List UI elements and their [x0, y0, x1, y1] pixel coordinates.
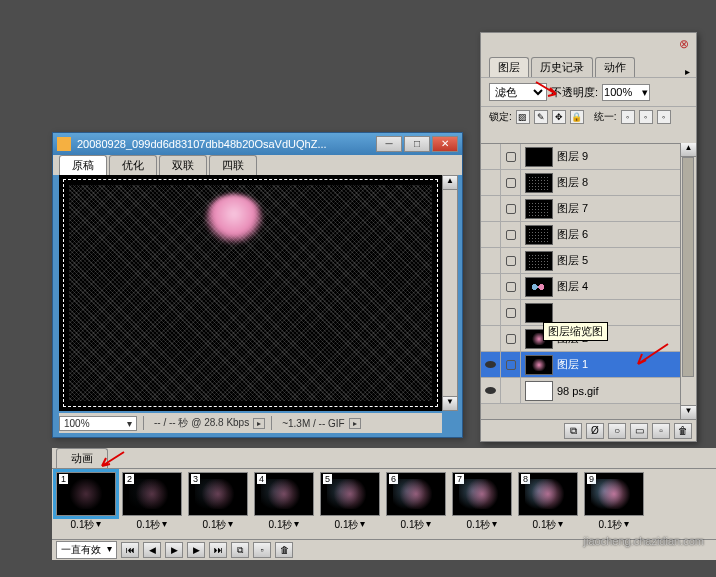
animation-frames[interactable]: 10.1秒▾20.1秒▾30.1秒▾40.1秒▾50.1秒▾60.1秒▾70.1… [52, 468, 716, 540]
tab-4up[interactable]: 四联 [209, 155, 257, 175]
first-frame-button[interactable]: ⏮ [121, 542, 139, 558]
tab-animation[interactable]: 动画 [56, 448, 108, 468]
visibility-toggle[interactable] [481, 170, 501, 195]
scroll-up-icon[interactable]: ▲ [443, 176, 457, 190]
link-toggle[interactable] [501, 248, 521, 273]
chevron-down-icon[interactable]: ▾ [642, 86, 648, 99]
link-toggle[interactable] [501, 144, 521, 169]
animation-frame[interactable]: 70.1秒▾ [450, 471, 514, 539]
scroll-up-icon[interactable]: ▲ [681, 143, 696, 157]
layer-mask-button[interactable]: ○ [608, 423, 626, 439]
layer-row[interactable]: 图层 4 [481, 274, 680, 300]
scroll-down-icon[interactable]: ▼ [681, 405, 696, 419]
layer-thumbnail[interactable] [525, 173, 553, 193]
frame-delay[interactable]: 0.1秒▾ [318, 518, 382, 532]
frame-thumbnail[interactable]: 4 [254, 472, 314, 516]
layer-name[interactable]: 图层 1 [557, 357, 680, 372]
scrollbar-thumb[interactable] [682, 157, 694, 377]
panel-menu-icon[interactable]: ▸ [685, 66, 690, 77]
animation-frame[interactable]: 20.1秒▾ [120, 471, 184, 539]
vertical-scrollbar[interactable]: ▲ ▼ [442, 175, 458, 411]
canvas[interactable] [59, 175, 442, 411]
tab-history[interactable]: 历史记录 [531, 57, 593, 77]
layer-name[interactable]: 图层 7 [557, 201, 680, 216]
frame-thumbnail[interactable]: 5 [320, 472, 380, 516]
opacity-field[interactable]: 100%▾ [602, 84, 650, 101]
layer-thumbnail[interactable] [525, 251, 553, 271]
frame-thumbnail[interactable]: 3 [188, 472, 248, 516]
lock-transparent-icon[interactable]: ▨ [516, 110, 530, 124]
chevron-down-icon[interactable]: ▾ [624, 518, 629, 532]
link-toggle[interactable] [501, 222, 521, 247]
new-frame-button[interactable]: ▫ [253, 542, 271, 558]
blend-mode-select[interactable]: 滤色 [489, 83, 547, 101]
animation-frame[interactable]: 60.1秒▾ [384, 471, 448, 539]
frame-thumbnail[interactable]: 9 [584, 472, 644, 516]
visibility-toggle[interactable] [481, 144, 501, 169]
layer-row[interactable]: 图层 5 [481, 248, 680, 274]
layer-thumbnail[interactable] [525, 381, 553, 401]
chevron-down-icon[interactable]: ▾ [162, 518, 167, 532]
chevron-down-icon[interactable]: ▾ [360, 518, 365, 532]
layer-row[interactable]: 98 ps.gif [481, 378, 680, 404]
frame-thumbnail[interactable]: 8 [518, 472, 578, 516]
animation-frame[interactable]: 30.1秒▾ [186, 471, 250, 539]
frame-thumbnail[interactable]: 7 [452, 472, 512, 516]
unify-position-icon[interactable]: ◦ [621, 110, 635, 124]
layer-thumbnail[interactable] [525, 225, 553, 245]
delete-layer-button[interactable]: 🗑 [674, 423, 692, 439]
chevron-down-icon[interactable]: ▾ [426, 518, 431, 532]
chevron-down-icon[interactable]: ▾ [558, 518, 563, 532]
layer-row[interactable]: 图层 6 [481, 222, 680, 248]
layer-style-button[interactable]: Ø [586, 423, 604, 439]
animation-frame[interactable]: 90.1秒▾ [582, 471, 646, 539]
frame-delay[interactable]: 0.1秒▾ [252, 518, 316, 532]
frame-delay[interactable]: 0.1秒▾ [384, 518, 448, 532]
frame-delay[interactable]: 0.1秒▾ [516, 518, 580, 532]
tween-button[interactable]: ⧉ [231, 542, 249, 558]
lock-position-icon[interactable]: ✥ [552, 110, 566, 124]
layer-name[interactable]: 图层 5 [557, 253, 680, 268]
layer-name[interactable]: 图层 6 [557, 227, 680, 242]
layers-scrollbar[interactable]: ▲ ▼ [680, 143, 696, 419]
unify-visibility-icon[interactable]: ◦ [639, 110, 653, 124]
lock-all-icon[interactable]: 🔒 [570, 110, 584, 124]
chevron-down-icon[interactable]: ▾ [127, 418, 132, 429]
link-toggle[interactable] [501, 326, 521, 351]
new-group-button[interactable]: ▭ [630, 423, 648, 439]
visibility-toggle[interactable] [481, 248, 501, 273]
link-toggle[interactable] [501, 170, 521, 195]
new-layer-button[interactable]: ▫ [652, 423, 670, 439]
layers-list[interactable]: 图层 9图层 8图层 7图层 6图层 5图层 4图层 2图层 198 ps.gi… [481, 143, 680, 419]
status-size-menu[interactable]: ▸ [349, 418, 361, 429]
doc-titlebar[interactable]: 20080928_099dd6d83107dbb48b20OsaVdUQhZ..… [53, 133, 462, 155]
link-toggle[interactable] [501, 378, 521, 403]
frame-delay[interactable]: 0.1秒▾ [120, 518, 184, 532]
delete-frame-button[interactable]: 🗑 [275, 542, 293, 558]
tab-optimized[interactable]: 优化 [109, 155, 157, 175]
layer-thumbnail[interactable] [525, 303, 553, 323]
layer-row[interactable]: 图层 9 [481, 144, 680, 170]
visibility-toggle[interactable] [481, 352, 501, 377]
animation-frame[interactable]: 40.1秒▾ [252, 471, 316, 539]
play-button[interactable]: ▶ [165, 542, 183, 558]
frame-delay[interactable]: 0.1秒▾ [450, 518, 514, 532]
layer-thumbnail[interactable] [525, 199, 553, 219]
layer-name[interactable]: 98 ps.gif [557, 385, 680, 397]
chevron-down-icon[interactable]: ▾ [96, 518, 101, 532]
visibility-toggle[interactable] [481, 378, 501, 403]
animation-frame[interactable]: 50.1秒▾ [318, 471, 382, 539]
animation-frame[interactable]: 10.1秒▾ [54, 471, 118, 539]
frame-thumbnail[interactable]: 2 [122, 472, 182, 516]
maximize-button[interactable]: □ [404, 136, 430, 152]
visibility-toggle[interactable] [481, 274, 501, 299]
scroll-down-icon[interactable]: ▼ [443, 396, 457, 410]
chevron-down-icon[interactable]: ▾ [228, 518, 233, 532]
close-button[interactable]: ✕ [432, 136, 458, 152]
layer-thumbnail[interactable] [525, 147, 553, 167]
loop-select[interactable]: 一直有效▾ [56, 541, 117, 559]
layer-row[interactable]: 图层 7 [481, 196, 680, 222]
visibility-toggle[interactable] [481, 326, 501, 351]
panel-close-button[interactable]: ⊗ [676, 37, 692, 53]
chevron-down-icon[interactable]: ▾ [107, 543, 112, 557]
